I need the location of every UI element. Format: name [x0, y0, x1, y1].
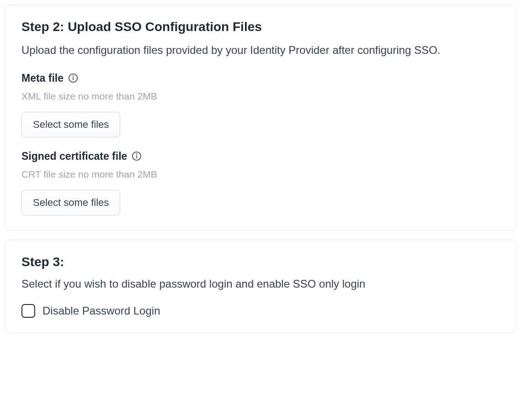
info-icon[interactable] — [132, 151, 142, 161]
meta-file-hint: XML file size no more than 2MB — [21, 91, 500, 102]
disable-password-checkbox[interactable] — [21, 304, 35, 318]
meta-file-select-button[interactable]: Select some files — [21, 112, 120, 137]
svg-point-5 — [137, 154, 137, 154]
disable-password-row: Disable Password Login — [21, 304, 500, 318]
step2-description: Upload the configuration files provided … — [21, 42, 500, 58]
meta-file-label-text: Meta file — [21, 72, 64, 84]
step2-title: Step 2: Upload SSO Configuration Files — [21, 20, 500, 34]
cert-file-label: Signed certificate file — [21, 150, 500, 163]
cert-file-select-button[interactable]: Select some files — [21, 190, 120, 215]
svg-point-2 — [73, 76, 74, 76]
meta-file-label: Meta file — [21, 72, 500, 84]
step3-card: Step 3: Select if you wish to disable pa… — [5, 240, 516, 333]
step2-card: Step 2: Upload SSO Configuration Files U… — [5, 5, 516, 231]
cert-file-label-text: Signed certificate file — [21, 150, 127, 163]
info-icon[interactable] — [68, 73, 78, 83]
step3-title: Step 3: — [21, 255, 500, 269]
disable-password-label: Disable Password Login — [43, 304, 160, 317]
cert-file-hint: CRT file size no more than 2MB — [21, 169, 500, 180]
step3-description: Select if you wish to disable password l… — [21, 278, 500, 290]
